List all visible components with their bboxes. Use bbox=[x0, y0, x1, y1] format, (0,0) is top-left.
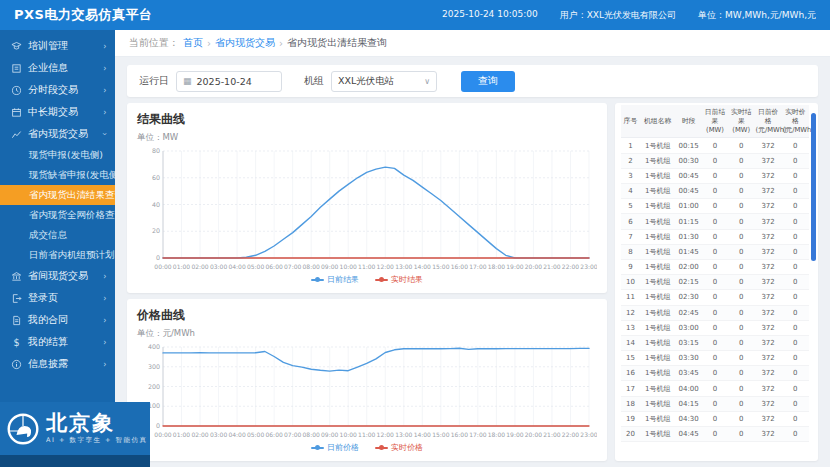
table-cell: 1号机组 bbox=[640, 381, 676, 396]
sidebar-subitem-deal-info[interactable]: 成交信息 bbox=[0, 225, 115, 245]
sidebar-item-login-page[interactable]: 登录页› bbox=[0, 287, 115, 309]
unit-select-value: XXL光伏电站 bbox=[338, 75, 394, 88]
sidebar-item-mid-long-term-trading[interactable]: 中长期交易› bbox=[0, 101, 115, 123]
svg-text:12:00: 12:00 bbox=[377, 431, 394, 438]
svg-text:20:00: 20:00 bbox=[525, 431, 542, 438]
table-cell: 1号机组 bbox=[640, 427, 676, 442]
svg-text:17:00: 17:00 bbox=[469, 263, 486, 270]
breadcrumb-section-link[interactable]: 省内现货交易 bbox=[215, 36, 275, 50]
sidebar-item-enterprise-info[interactable]: 企业信息› bbox=[0, 57, 115, 79]
sidebar-item-label: 企业信息 bbox=[28, 61, 68, 75]
sidebar-subitem-spot-default-declaration[interactable]: 现货缺省申报(发电侧) bbox=[0, 165, 115, 185]
table-cell: 372 bbox=[754, 396, 781, 411]
table-cell: 0 bbox=[782, 351, 809, 366]
svg-text:11:00: 11:00 bbox=[358, 263, 375, 270]
svg-text:300: 300 bbox=[148, 363, 160, 370]
table-cell: 0 bbox=[702, 396, 728, 411]
info-icon bbox=[11, 359, 22, 370]
table-row: 31号机组00:45003720 bbox=[621, 168, 809, 183]
legend-item[interactable]: 日前结果 bbox=[311, 274, 359, 285]
sidebar-subitem-spot-clearing-result-query[interactable]: 省内现货出清结果查询 bbox=[0, 185, 115, 205]
table-cell: 0 bbox=[782, 427, 809, 442]
table-cell: 372 bbox=[754, 138, 781, 153]
table-cell: 16 bbox=[621, 366, 640, 381]
table-cell: 0 bbox=[702, 229, 728, 244]
breadcrumb: 当前位置： 首页 › 省内现货交易 › 省内现货出清结果查询 bbox=[115, 30, 830, 57]
table-cell: 02:15 bbox=[676, 275, 702, 290]
table-row: 21号机组00:30003720 bbox=[621, 153, 809, 168]
table-row: 71号机组01:30003720 bbox=[621, 229, 809, 244]
table-cell: 0 bbox=[782, 229, 809, 244]
svg-text:0: 0 bbox=[156, 254, 160, 261]
table-cell: 00:30 bbox=[676, 153, 702, 168]
sidebar-item-interprovincial-spot-trading[interactable]: 省间现货交易› bbox=[0, 265, 115, 287]
sidebar-item-provincial-spot-trading[interactable]: 省内现货交易› bbox=[0, 123, 115, 145]
svg-text:80: 80 bbox=[152, 147, 160, 154]
svg-text:08:00: 08:00 bbox=[303, 263, 320, 270]
unit-select[interactable]: XXL光伏电站 ∨ bbox=[331, 71, 437, 92]
price-curve-legend: 日前价格实时价格 bbox=[137, 441, 597, 454]
breadcrumb-home-link[interactable]: 首页 bbox=[183, 36, 203, 50]
sidebar-item-my-contracts[interactable]: 我的合同› bbox=[0, 309, 115, 331]
table-cell: 00:45 bbox=[676, 184, 702, 199]
chevron-right-icon: › bbox=[104, 42, 107, 51]
table-cell: 0 bbox=[782, 411, 809, 426]
sidebar-subitem-day-ahead-unit-plan[interactable]: 日前省内机组预计划 bbox=[0, 245, 115, 265]
table-cell: 0 bbox=[782, 259, 809, 274]
chevron-right-icon: › bbox=[104, 272, 107, 281]
table-cell: 0 bbox=[702, 244, 728, 259]
result-curve-unit: 单位：MW bbox=[137, 132, 597, 144]
table-cell: 13 bbox=[621, 320, 640, 335]
table-cell: 372 bbox=[754, 244, 781, 259]
chevron-down-icon: ∨ bbox=[424, 77, 430, 86]
table-row: 151号机组03:30003720 bbox=[621, 351, 809, 366]
price-curve-chart: 00:0001:0002:0003:0004:0005:0006:0007:00… bbox=[137, 341, 597, 441]
legend-item[interactable]: 实时结果 bbox=[375, 274, 423, 285]
svg-text:15:00: 15:00 bbox=[432, 431, 449, 438]
breadcrumb-current: 省内现货出清结果查询 bbox=[287, 36, 387, 50]
sidebar-item-my-settlement[interactable]: $我的结算› bbox=[0, 331, 115, 353]
result-curve-chart: 00:0001:0002:0003:0004:0005:0006:0007:00… bbox=[137, 145, 597, 273]
brand-footer-strip bbox=[0, 455, 150, 467]
legend-item[interactable]: 日前价格 bbox=[311, 442, 359, 453]
table-cell: 372 bbox=[754, 366, 781, 381]
table-cell: 0 bbox=[702, 381, 728, 396]
table-cell: 0 bbox=[782, 396, 809, 411]
sidebar-item-time-slot-trading[interactable]: 分时段交易› bbox=[0, 79, 115, 101]
run-date-input[interactable]: ▦ 2025-10-24 bbox=[176, 71, 282, 92]
table-cell: 372 bbox=[754, 275, 781, 290]
sidebar-item-training-management[interactable]: 培训管理› bbox=[0, 35, 115, 57]
table-cell: 03:15 bbox=[676, 335, 702, 350]
table-row: 121号机组02:45003720 bbox=[621, 305, 809, 320]
sidebar-subitem-spot-grid-price-query[interactable]: 省内现货全网价格查询 bbox=[0, 205, 115, 225]
price-curve-card: 价格曲线 单位：元/MWh 00:0001:0002:0003:0004:000… bbox=[127, 299, 607, 461]
legend-item[interactable]: 实时价格 bbox=[375, 442, 423, 453]
table-row: 201号机组04:45003720 bbox=[621, 427, 809, 442]
table-cell: 0 bbox=[702, 427, 728, 442]
svg-text:02:00: 02:00 bbox=[191, 263, 208, 270]
graduation-cap-icon bbox=[11, 41, 22, 52]
svg-text:03:00: 03:00 bbox=[210, 263, 227, 270]
breadcrumb-separator: › bbox=[207, 38, 211, 49]
table-cell: 1号机组 bbox=[640, 138, 676, 153]
table-cell: 0 bbox=[702, 411, 728, 426]
table-scrollbar[interactable] bbox=[811, 113, 816, 261]
topbar-status: 2025-10-24 10:05:00 用户：XXL光伏发电有限公司 单位：MW… bbox=[442, 9, 816, 22]
table-cell: 0 bbox=[782, 335, 809, 350]
table-cell: 00:45 bbox=[676, 168, 702, 183]
query-button[interactable]: 查询 bbox=[461, 71, 515, 92]
svg-text:10:00: 10:00 bbox=[340, 431, 357, 438]
svg-text:05:00: 05:00 bbox=[247, 431, 264, 438]
sidebar-item-info-disclosure[interactable]: 信息披露› bbox=[0, 353, 115, 375]
table-row: 41号机组00:45003720 bbox=[621, 184, 809, 199]
table-cell: 01:30 bbox=[676, 229, 702, 244]
table-cell: 0 bbox=[728, 229, 754, 244]
sidebar-item-label: 我的合同 bbox=[28, 313, 68, 327]
table-cell: 1号机组 bbox=[640, 259, 676, 274]
legend-marker-icon bbox=[375, 447, 388, 449]
svg-text:20:00: 20:00 bbox=[525, 263, 542, 270]
sidebar-subitem-spot-declaration[interactable]: 现货申报(发电侧) bbox=[0, 145, 115, 165]
svg-text:22:00: 22:00 bbox=[562, 263, 579, 270]
table-cell: 03:45 bbox=[676, 366, 702, 381]
table-cell: 0 bbox=[728, 320, 754, 335]
